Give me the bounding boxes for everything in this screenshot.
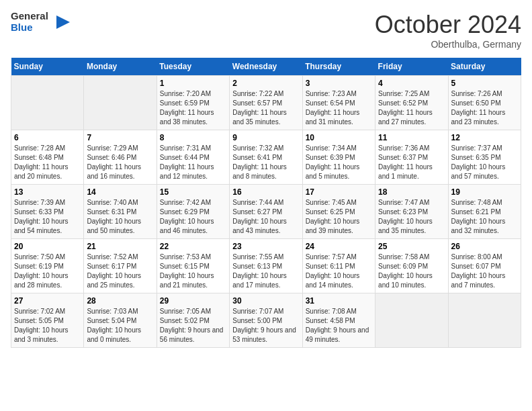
weekday-header: Sunday xyxy=(11,58,84,76)
day-info: Sunrise: 7:28 AM Sunset: 6:48 PM Dayligh… xyxy=(14,144,81,181)
calendar-cell: 25Sunrise: 7:58 AM Sunset: 6:09 PM Dayli… xyxy=(375,239,448,293)
calendar-cell: 4Sunrise: 7:25 AM Sunset: 6:52 PM Daylig… xyxy=(375,76,448,130)
calendar-cell: 15Sunrise: 7:42 AM Sunset: 6:29 PM Dayli… xyxy=(157,185,229,239)
day-number: 15 xyxy=(160,187,226,197)
day-info: Sunrise: 7:52 AM Sunset: 6:17 PM Dayligh… xyxy=(87,253,153,290)
day-number: 16 xyxy=(232,187,299,197)
svg-marker-0 xyxy=(56,15,70,29)
calendar-cell: 12Sunrise: 7:37 AM Sunset: 6:35 PM Dayli… xyxy=(448,130,521,185)
day-info: Sunrise: 7:58 AM Sunset: 6:09 PM Dayligh… xyxy=(378,253,445,290)
day-info: Sunrise: 7:31 AM Sunset: 6:44 PM Dayligh… xyxy=(160,144,226,181)
day-info: Sunrise: 7:32 AM Sunset: 6:41 PM Dayligh… xyxy=(232,144,299,181)
day-info: Sunrise: 7:47 AM Sunset: 6:23 PM Dayligh… xyxy=(378,198,445,236)
day-info: Sunrise: 7:07 AM Sunset: 5:00 PM Dayligh… xyxy=(232,307,299,345)
day-info: Sunrise: 7:08 AM Sunset: 4:58 PM Dayligh… xyxy=(306,307,372,345)
calendar-cell: 2Sunrise: 7:22 AM Sunset: 6:57 PM Daylig… xyxy=(230,76,302,130)
logo-arrow-icon xyxy=(51,13,70,32)
day-number: 22 xyxy=(160,242,226,251)
calendar-cell: 17Sunrise: 7:45 AM Sunset: 6:25 PM Dayli… xyxy=(302,185,375,239)
calendar-cell: 16Sunrise: 7:44 AM Sunset: 6:27 PM Dayli… xyxy=(230,185,302,239)
calendar-cell: 10Sunrise: 7:34 AM Sunset: 6:39 PM Dayli… xyxy=(302,130,375,185)
calendar-cell: 24Sunrise: 7:57 AM Sunset: 6:11 PM Dayli… xyxy=(302,239,375,293)
page-header: General Blue October 2024 Oberthulba, Ge… xyxy=(11,11,521,50)
day-info: Sunrise: 7:36 AM Sunset: 6:37 PM Dayligh… xyxy=(378,144,445,181)
day-number: 30 xyxy=(232,296,299,306)
calendar-cell xyxy=(84,76,157,130)
day-number: 2 xyxy=(232,79,299,88)
day-info: Sunrise: 7:53 AM Sunset: 6:15 PM Dayligh… xyxy=(160,253,226,290)
calendar-week-row: 13Sunrise: 7:39 AM Sunset: 6:33 PM Dayli… xyxy=(11,185,521,239)
day-number: 9 xyxy=(232,133,299,142)
calendar-week-row: 27Sunrise: 7:02 AM Sunset: 5:05 PM Dayli… xyxy=(11,293,521,348)
day-number: 17 xyxy=(306,187,372,197)
day-number: 28 xyxy=(87,296,153,306)
calendar-cell xyxy=(11,76,84,130)
calendar-cell: 3Sunrise: 7:23 AM Sunset: 6:54 PM Daylig… xyxy=(302,76,375,130)
title-area: October 2024 Oberthulba, Germany xyxy=(375,11,521,50)
calendar-cell: 9Sunrise: 7:32 AM Sunset: 6:41 PM Daylig… xyxy=(230,130,302,185)
day-info: Sunrise: 7:48 AM Sunset: 6:21 PM Dayligh… xyxy=(451,198,518,236)
weekday-header: Tuesday xyxy=(157,58,229,76)
day-info: Sunrise: 7:39 AM Sunset: 6:33 PM Dayligh… xyxy=(14,198,81,236)
day-info: Sunrise: 7:34 AM Sunset: 6:39 PM Dayligh… xyxy=(306,144,372,181)
calendar-cell: 13Sunrise: 7:39 AM Sunset: 6:33 PM Dayli… xyxy=(11,185,84,239)
calendar-cell: 7Sunrise: 7:29 AM Sunset: 6:46 PM Daylig… xyxy=(84,130,157,185)
weekday-header: Saturday xyxy=(448,58,521,76)
day-number: 25 xyxy=(378,242,445,251)
calendar-cell: 5Sunrise: 7:26 AM Sunset: 6:50 PM Daylig… xyxy=(448,76,521,130)
day-info: Sunrise: 7:50 AM Sunset: 6:19 PM Dayligh… xyxy=(14,253,81,290)
weekday-header: Friday xyxy=(375,58,448,76)
day-info: Sunrise: 7:25 AM Sunset: 6:52 PM Dayligh… xyxy=(378,89,445,127)
day-info: Sunrise: 7:26 AM Sunset: 6:50 PM Dayligh… xyxy=(451,89,518,127)
day-number: 14 xyxy=(87,187,153,197)
day-info: Sunrise: 7:23 AM Sunset: 6:54 PM Dayligh… xyxy=(306,89,372,127)
calendar-week-row: 1Sunrise: 7:20 AM Sunset: 6:59 PM Daylig… xyxy=(11,76,521,130)
calendar-cell xyxy=(375,293,448,348)
calendar-cell: 6Sunrise: 7:28 AM Sunset: 6:48 PM Daylig… xyxy=(11,130,84,185)
day-number: 10 xyxy=(306,133,372,142)
calendar-cell: 19Sunrise: 7:48 AM Sunset: 6:21 PM Dayli… xyxy=(448,185,521,239)
calendar-cell: 29Sunrise: 7:05 AM Sunset: 5:02 PM Dayli… xyxy=(157,293,229,348)
day-info: Sunrise: 7:05 AM Sunset: 5:02 PM Dayligh… xyxy=(160,307,226,345)
day-number: 5 xyxy=(451,79,518,88)
logo-general: General xyxy=(11,11,48,22)
calendar-cell: 14Sunrise: 7:40 AM Sunset: 6:31 PM Dayli… xyxy=(84,185,157,239)
day-number: 11 xyxy=(378,133,445,142)
day-number: 21 xyxy=(87,242,153,251)
weekday-header: Wednesday xyxy=(230,58,302,76)
day-number: 19 xyxy=(451,187,518,197)
calendar-table: SundayMondayTuesdayWednesdayThursdayFrid… xyxy=(11,58,521,348)
day-info: Sunrise: 8:00 AM Sunset: 6:07 PM Dayligh… xyxy=(451,253,518,290)
day-info: Sunrise: 7:55 AM Sunset: 6:13 PM Dayligh… xyxy=(232,253,299,290)
day-number: 4 xyxy=(378,79,445,88)
day-number: 8 xyxy=(160,133,226,142)
calendar-cell: 21Sunrise: 7:52 AM Sunset: 6:17 PM Dayli… xyxy=(84,239,157,293)
weekday-header: Monday xyxy=(84,58,157,76)
day-number: 12 xyxy=(451,133,518,142)
calendar-cell: 28Sunrise: 7:03 AM Sunset: 5:04 PM Dayli… xyxy=(84,293,157,348)
calendar-cell: 20Sunrise: 7:50 AM Sunset: 6:19 PM Dayli… xyxy=(11,239,84,293)
logo-blue: Blue xyxy=(11,22,48,34)
calendar-cell: 30Sunrise: 7:07 AM Sunset: 5:00 PM Dayli… xyxy=(230,293,302,348)
calendar-cell: 22Sunrise: 7:53 AM Sunset: 6:15 PM Dayli… xyxy=(157,239,229,293)
day-info: Sunrise: 7:45 AM Sunset: 6:25 PM Dayligh… xyxy=(306,198,372,236)
calendar-cell: 26Sunrise: 8:00 AM Sunset: 6:07 PM Dayli… xyxy=(448,239,521,293)
day-info: Sunrise: 7:42 AM Sunset: 6:29 PM Dayligh… xyxy=(160,198,226,236)
day-number: 26 xyxy=(451,242,518,251)
day-number: 29 xyxy=(160,296,226,306)
calendar-cell xyxy=(448,293,521,348)
calendar-week-row: 20Sunrise: 7:50 AM Sunset: 6:19 PM Dayli… xyxy=(11,239,521,293)
location-subtitle: Oberthulba, Germany xyxy=(375,39,521,50)
day-number: 27 xyxy=(14,296,81,306)
calendar-cell: 8Sunrise: 7:31 AM Sunset: 6:44 PM Daylig… xyxy=(157,130,229,185)
calendar-cell: 31Sunrise: 7:08 AM Sunset: 4:58 PM Dayli… xyxy=(302,293,375,348)
day-number: 6 xyxy=(14,133,81,142)
day-number: 24 xyxy=(306,242,372,251)
calendar-cell: 11Sunrise: 7:36 AM Sunset: 6:37 PM Dayli… xyxy=(375,130,448,185)
day-info: Sunrise: 7:57 AM Sunset: 6:11 PM Dayligh… xyxy=(306,253,372,290)
day-info: Sunrise: 7:03 AM Sunset: 5:04 PM Dayligh… xyxy=(87,307,153,345)
day-number: 31 xyxy=(306,296,372,306)
calendar-cell: 1Sunrise: 7:20 AM Sunset: 6:59 PM Daylig… xyxy=(157,76,229,130)
day-info: Sunrise: 7:37 AM Sunset: 6:35 PM Dayligh… xyxy=(451,144,518,181)
day-number: 20 xyxy=(14,242,81,251)
